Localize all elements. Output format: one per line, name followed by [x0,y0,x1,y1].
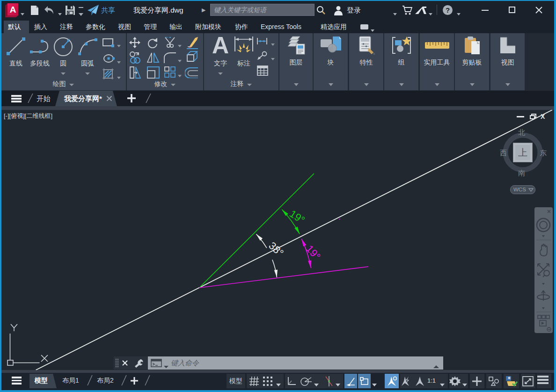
svg-text:38°: 38° [266,240,285,259]
svg-text:19°: 19° [304,243,323,262]
svg-text:19°: 19° [287,208,307,226]
svg-text:A: A [10,5,16,15]
